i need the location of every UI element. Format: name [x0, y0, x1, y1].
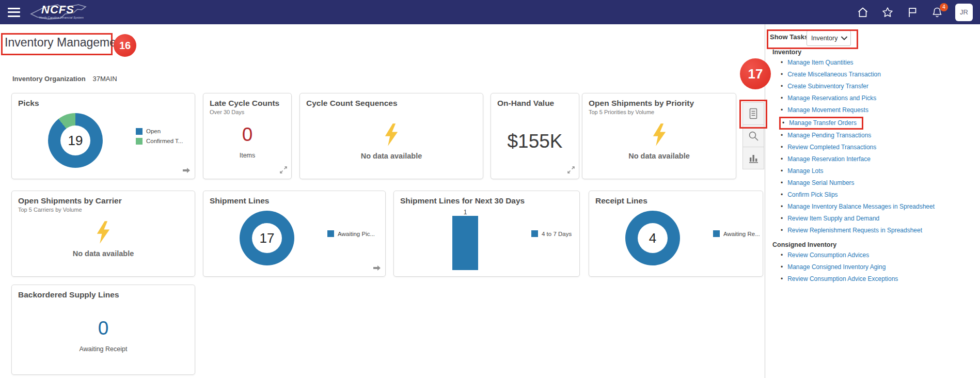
task-link-review-item-supply-and-demand[interactable]: Review Item Supply and Demand — [787, 215, 879, 222]
infotile-backordered-supply-lines[interactable]: Backordered Supply Lines 0 Awaiting Rece… — [11, 285, 195, 375]
chart-legend: 4 to 7 Days — [531, 230, 572, 237]
task-link-review-consumption-advice-exceptions[interactable]: Review Consumption Advice Exceptions — [787, 275, 898, 282]
task-list-item: Manage Item Quantities — [781, 59, 976, 66]
card-title: On-Hand Value — [497, 99, 573, 108]
metric-body: $155K — [491, 111, 579, 171]
task-link-confirm-pick-slips[interactable]: Confirm Pick Slips — [787, 191, 837, 198]
task-link-manage-reservation-interface[interactable]: Manage Reservation Interface — [787, 155, 871, 163]
no-data-text: No data available — [361, 152, 422, 160]
task-link-manage-inventory-balance-messages-in-spreadsheet[interactable]: Manage Inventory Balance Messages in Spr… — [787, 203, 935, 210]
lightning-bolt-icon — [651, 123, 668, 147]
task-link-review-completed-transactions[interactable]: Review Completed Transactions — [787, 144, 876, 151]
legend-label: Confirmed T... — [146, 138, 183, 144]
infolets-bar-chart-icon[interactable] — [742, 147, 764, 169]
chart-legend: Awaiting Pic... — [327, 191, 375, 276]
infotile-shipment-lines[interactable]: Shipment Lines 17 Awaiting Pic... — [203, 191, 386, 277]
task-list-item: Manage Pending Transactions — [781, 132, 976, 139]
task-list-item: Manage Inventory Balance Messages in Spr… — [781, 203, 976, 210]
annotation-box-show-tasks — [767, 29, 858, 49]
donut-center-value: 19 — [68, 133, 83, 149]
task-link-manage-consigned-inventory-aging[interactable]: Manage Consigned Inventory Aging — [787, 263, 886, 271]
task-link-manage-reservations-and-picks[interactable]: Manage Reservations and Picks — [787, 94, 876, 102]
announcements-flag-icon[interactable] — [906, 6, 919, 19]
infotile-open-shipments-by-priority[interactable]: Open Shipments by Priority Top 5 Priorit… — [582, 93, 736, 179]
top-navigation-bar: NCFS North Carolina Financial System 4 J… — [0, 0, 980, 24]
task-link-manage-lots[interactable]: Manage Lots — [787, 167, 823, 175]
nav-right-group: 4 JR — [856, 4, 973, 21]
infotile-shipment-lines-next-30-days[interactable]: Shipment Lines for Next 30 Days 1 4 to 7… — [393, 191, 580, 277]
task-list-item: Confirm Pick Slips — [781, 192, 976, 198]
metric-value: 0 — [98, 318, 109, 339]
card-title: Late Cycle Counts — [210, 99, 285, 108]
bar-value-label: 1 — [452, 209, 478, 216]
legend-color-swatch — [136, 128, 143, 135]
tasks-panel: Show Tasks Inventory InventoryManage Ite… — [765, 24, 980, 378]
task-link-manage-pending-transactions[interactable]: Manage Pending Transactions — [787, 132, 871, 139]
legend-color-swatch — [713, 230, 720, 237]
annotation-step-17-badge: 17 — [740, 58, 771, 89]
task-link-review-replenishment-requests-in-spreadsheet[interactable]: Review Replenishment Requests in Spreads… — [787, 227, 922, 234]
picks-donut-chart: 19 — [48, 113, 103, 168]
task-section-title: Consigned Inventory — [772, 241, 976, 248]
infotile-late-cycle-counts[interactable]: Late Cycle Counts Over 30 Days 0 Items — [203, 93, 292, 179]
lightning-bolt-icon — [94, 220, 112, 244]
favorites-star-icon[interactable] — [881, 6, 894, 19]
no-data-text: No data available — [628, 152, 689, 160]
task-list-item: Manage Lots — [781, 168, 976, 175]
expand-icon[interactable] — [567, 166, 575, 176]
bar-chart-bar — [452, 216, 478, 270]
task-list-item: Create Miscellaneous Transaction — [781, 71, 976, 78]
donut-center-value: 17 — [260, 230, 275, 246]
task-link-manage-movement-requests[interactable]: Manage Movement Requests — [787, 106, 868, 114]
metric-value: $155K — [508, 131, 563, 152]
metric-caption: Items — [240, 152, 256, 159]
task-link-review-consumption-advices[interactable]: Review Consumption Advices — [787, 251, 869, 259]
task-link-create-subinventory-transfer[interactable]: Create Subinventory Transfer — [787, 83, 868, 90]
infotile-picks[interactable]: Picks 19 Open Confirmed T... — [11, 93, 195, 179]
card-title: Open Shipments by Priority — [589, 99, 730, 108]
task-list-item: Review Item Supply and Demand — [781, 215, 976, 222]
legend-item: Open — [136, 128, 183, 135]
logo-text: NCFS — [41, 3, 74, 17]
tasks-sections: InventoryManage Item QuantitiesCreate Mi… — [772, 49, 976, 288]
task-section-title: Inventory — [772, 49, 976, 56]
drill-arrow-icon[interactable] — [182, 166, 191, 176]
no-data-body: No data available — [300, 109, 483, 174]
page-title: Inventory Management — [5, 36, 126, 50]
card-title: Cycle Count Sequences — [306, 99, 477, 108]
card-title: Shipment Lines for Next 30 Days — [400, 196, 573, 206]
ncfs-logo[interactable]: NCFS North Carolina Financial System — [28, 1, 95, 24]
task-list-item: Manage Reservations and Picks — [781, 95, 976, 102]
user-avatar[interactable]: JR — [955, 4, 973, 21]
infotile-cycle-count-sequences[interactable]: Cycle Count Sequences No data available — [299, 93, 483, 179]
notifications-bell-icon[interactable]: 4 — [930, 6, 944, 19]
task-link-manage-transfer-orders[interactable]: Manage Transfer Orders — [789, 119, 857, 127]
inventory-organization-row: Inventory Organization 37MAIN — [12, 75, 117, 83]
chart-legend: Open Confirmed T... — [136, 93, 183, 179]
home-icon[interactable] — [856, 6, 870, 19]
legend-label: 4 to 7 Days — [542, 231, 572, 237]
infotile-on-hand-value[interactable]: On-Hand Value $155K — [491, 93, 579, 179]
lightning-bolt-icon — [383, 123, 400, 147]
navigation-menu-icon[interactable] — [7, 7, 21, 18]
task-list-item: Manage Consigned Inventory Aging — [781, 264, 976, 271]
legend-label: Awaiting Pic... — [338, 231, 375, 237]
task-list-item: Review Consumption Advice Exceptions — [781, 276, 976, 282]
task-link-manage-serial-numbers[interactable]: Manage Serial Numbers — [787, 179, 854, 186]
infotile-open-shipments-by-carrier[interactable]: Open Shipments by Carrier Top 5 Carriers… — [11, 191, 195, 277]
task-link-create-miscellaneous-transaction[interactable]: Create Miscellaneous Transaction — [787, 71, 881, 78]
legend-color-swatch — [136, 138, 143, 145]
metric-value: 0 — [242, 124, 253, 146]
task-link-manage-item-quantities[interactable]: Manage Item Quantities — [787, 59, 853, 66]
expand-icon[interactable] — [280, 166, 287, 176]
metric-body: 0 Items — [203, 111, 291, 171]
task-list-item: Manage Reservation Interface — [781, 156, 976, 163]
legend-label: Open — [146, 128, 161, 134]
task-list-item: Review Completed Transactions — [781, 144, 976, 151]
drill-arrow-icon[interactable] — [373, 264, 381, 273]
notification-count-badge: 4 — [940, 3, 948, 11]
task-list-item: Manage Serial Numbers — [781, 180, 976, 186]
inventory-organization-label: Inventory Organization — [12, 75, 86, 83]
metric-caption: Awaiting Receipt — [80, 345, 128, 353]
infotile-receipt-lines[interactable]: Receipt Lines 4 Awaiting Re... — [589, 191, 763, 277]
